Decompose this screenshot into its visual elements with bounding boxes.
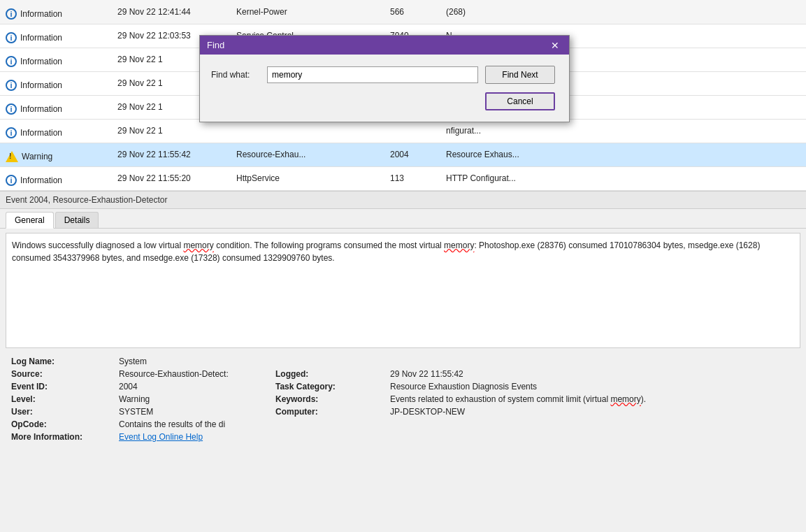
- event-id-cell: 2004: [384, 143, 440, 166]
- level-text: Information: [20, 57, 62, 66]
- info-icon: i: [6, 56, 17, 67]
- event-id-label: Event ID:: [11, 382, 116, 391]
- source-cell: Kernel-Power: [231, 0, 384, 24]
- memory-highlight: memory: [183, 240, 213, 250]
- logged-value: 29 Nov 22 11:55:42: [390, 369, 795, 379]
- find-next-button[interactable]: Find Next: [485, 66, 555, 84]
- description-text: Windows successfully diagnosed a low vir…: [12, 240, 760, 263]
- table-row[interactable]: iInformation29 Nov 22 1nfigurat...: [0, 119, 806, 143]
- warning-icon: [6, 151, 18, 162]
- level-text: Information: [20, 128, 62, 138]
- level-text: Information: [20, 80, 62, 90]
- tab-general[interactable]: General: [6, 212, 54, 229]
- find-close-button[interactable]: ✕: [548, 41, 562, 50]
- computer-value: JP-DESKTOP-NEW: [390, 407, 795, 417]
- task-cell: Resource Exhaus...: [440, 143, 806, 166]
- find-what-input[interactable]: [267, 66, 478, 83]
- keywords-value: Events related to exhaustion of system c…: [390, 394, 795, 404]
- task-cell: nfigurat...: [440, 119, 806, 143]
- source-value: Resource-Exhaustion-Detect:: [119, 369, 273, 379]
- date-cell: 29 Nov 22 12:41:44: [112, 0, 231, 24]
- info-icon: i: [6, 32, 17, 43]
- info-icon: i: [6, 8, 17, 20]
- find-dialog: Find ✕ Find what: Find Next Cancel: [199, 35, 570, 122]
- info-icon: i: [6, 127, 17, 138]
- source-cell: [231, 119, 384, 143]
- level-label: Level:: [11, 394, 116, 404]
- event-meta: Log Name: System Source: Resource-Exhaus…: [0, 352, 806, 446]
- table-row[interactable]: Warning29 Nov 22 11:55:42Resource-Exhau.…: [0, 143, 806, 166]
- task-category-label: Task Category:: [275, 382, 387, 391]
- source-label: Source:: [11, 369, 116, 379]
- level-value: Warning: [119, 394, 273, 404]
- find-what-row: Find what: Find Next: [211, 66, 555, 84]
- user-value: SYSTEM: [119, 407, 273, 417]
- find-what-label: Find what:: [211, 70, 260, 80]
- event-id-cell: [384, 119, 440, 143]
- more-info-label: More Information:: [11, 432, 116, 442]
- level-text: Information: [20, 175, 62, 185]
- date-cell: 29 Nov 22 1: [112, 119, 231, 143]
- event-id-cell: 566: [384, 0, 440, 24]
- level-text: Information: [20, 33, 62, 43]
- level-text: Information: [20, 9, 62, 19]
- logged-label: Logged:: [275, 369, 387, 379]
- user-label: User:: [11, 407, 116, 417]
- info-icon: i: [6, 80, 17, 91]
- find-dialog-title: Find: [207, 40, 224, 50]
- opcode-value: Contains the results of the di: [119, 419, 273, 429]
- event-description: Windows successfully diagnosed a low vir…: [6, 233, 800, 348]
- task-cell: HTTP Configurat...: [440, 166, 806, 190]
- level-text: Warning: [22, 152, 52, 161]
- find-body: Find what: Find Next Cancel: [200, 55, 569, 122]
- log-name-value: System: [119, 357, 273, 366]
- level-text: Information: [20, 104, 62, 114]
- source-cell: Resource-Exhau...: [231, 143, 384, 166]
- table-row[interactable]: iInformation29 Nov 22 11:55:20HttpServic…: [0, 166, 806, 190]
- more-info-link[interactable]: Event Log Online Help: [119, 432, 203, 442]
- event-id-value: 2004: [119, 382, 273, 391]
- event-detail-area: Event 2004, Resource-Exhaustion-Detector…: [0, 191, 806, 446]
- tab-bar: General Details: [0, 209, 806, 229]
- cancel-row: Cancel: [211, 92, 555, 110]
- cancel-button[interactable]: Cancel: [485, 92, 555, 110]
- date-cell: 29 Nov 22 11:55:20: [112, 166, 231, 190]
- find-titlebar: Find ✕: [200, 36, 569, 55]
- keywords-label: Keywords:: [275, 394, 387, 404]
- info-icon: i: [6, 175, 17, 186]
- task-cell: (268): [440, 0, 806, 24]
- computer-label: Computer:: [275, 407, 387, 417]
- memory-highlight: memory: [444, 240, 474, 250]
- table-row[interactable]: iInformation29 Nov 22 12:41:44Kernel-Pow…: [0, 0, 806, 24]
- opcode-label: OpCode:: [11, 419, 116, 429]
- tab-details[interactable]: Details: [55, 212, 99, 228]
- info-icon: i: [6, 103, 17, 115]
- memory-highlight-keywords: memory: [610, 394, 640, 404]
- date-cell: 29 Nov 22 11:55:42: [112, 143, 231, 166]
- event-detail-header: Event 2004, Resource-Exhaustion-Detector: [0, 191, 806, 209]
- source-cell: HttpService: [231, 166, 384, 190]
- event-id-cell: 113: [384, 166, 440, 190]
- log-name-label: Log Name:: [11, 357, 116, 366]
- task-category-value: Resource Exhaustion Diagnosis Events: [390, 382, 795, 391]
